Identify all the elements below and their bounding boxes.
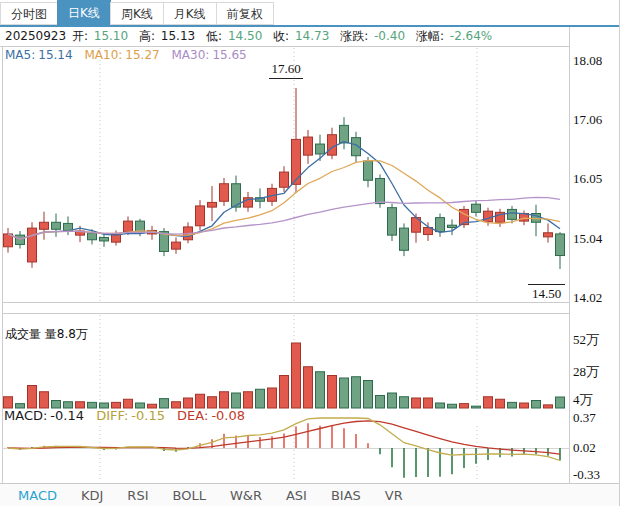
volume-pane-title: 成交量 量8.8万 [5,326,88,343]
ma30-label: MA30: [172,48,210,62]
close-label: 收: [273,29,289,43]
high-value: 15.13 [161,29,195,43]
price-axis-tick-1: 18.08 [573,53,602,69]
indicator-tab-rsi[interactable]: RSI [127,488,148,503]
change-pct-label: 涨幅: [416,29,444,43]
indicator-tab-boll[interactable]: BOLL [172,488,205,503]
price-axis-tick-2: 17.06 [573,112,602,128]
indicator-tab-vr[interactable]: VR [385,488,403,503]
kline-app: 分时图 日K线 周K线 月K线 前复权 20250923 开: 15.10 高:… [0,0,620,506]
indicator-tab-kdj[interactable]: KDJ [81,488,103,503]
high-label: 高: [139,29,155,43]
volume-axis-tick-3: 4万 [573,391,593,409]
macd-legend: MACD:-0.14 DIFF:-0.15 DEA:-0.08 [4,408,248,423]
ma5-label: MA5: [5,48,35,62]
change-label: 涨跌: [340,29,368,43]
period-low-annotation: 14.50 [528,284,565,302]
change-value: -0.40 [374,29,405,43]
ma10-value: 15.27 [125,48,159,62]
macd-axis-tick-2: 0.02 [573,440,596,456]
tab-daily-kline[interactable]: 日K线 [57,0,111,25]
tab-time-sharing[interactable]: 分时图 [0,2,58,25]
price-axis-tick-3: 16.05 [573,171,602,187]
open-label: 开: [72,29,88,43]
volume-axis-tick-2: 28万 [573,363,599,381]
ma5-value: 15.14 [38,48,72,62]
dea-label: DEA: [177,408,208,423]
diff-value: -0.15 [131,408,165,423]
kline-chart-canvas[interactable] [0,0,620,506]
price-axis-tick-4: 15.04 [573,231,602,247]
low-value: 14.50 [228,29,262,43]
ma10-label: MA10: [84,48,122,62]
tab-weekly-kline[interactable]: 周K线 [110,2,164,25]
diff-label: DIFF: [96,408,128,423]
ma30-value: 15.65 [212,48,246,62]
trade-date: 20250923 [5,29,66,43]
ohlc-info-row: 20250923 开: 15.10 高: 15.13 低: 14.50 收: 1… [0,27,569,46]
ma-legend: MA5:15.14 MA10:15.27 MA30:15.65 [5,48,250,62]
chart-type-tabbar: 分时图 日K线 周K线 月K线 前复权 [0,0,274,25]
close-value: 14.73 [295,29,329,43]
open-value: 15.10 [94,29,128,43]
tab-monthly-kline[interactable]: 月K线 [163,2,217,25]
tab-forward-adjusted[interactable]: 前复权 [216,2,274,25]
accent-divider [0,25,620,27]
indicator-tab-bias[interactable]: BIAS [331,488,361,503]
macd-axis-tick-3: -0.33 [573,467,600,483]
macd-value: -0.14 [50,408,84,423]
period-high-annotation: 17.60 [269,61,303,79]
change-pct-value: -2.64% [450,29,492,43]
price-axis-tick-5: 14.02 [573,290,602,306]
indicator-tab-wr[interactable]: W&R [230,488,262,503]
indicator-tab-macd[interactable]: MACD [18,488,57,503]
indicator-tabbar: MACD KDJ RSI BOLL W&R ASI BIAS VR [0,483,620,506]
macd-label: MACD: [4,408,47,423]
indicator-tab-asi[interactable]: ASI [286,488,307,503]
macd-axis-tick-1: 0.37 [573,410,596,426]
dea-value: -0.08 [211,408,245,423]
low-label: 低: [206,29,222,43]
volume-axis-tick-1: 52万 [573,331,599,349]
